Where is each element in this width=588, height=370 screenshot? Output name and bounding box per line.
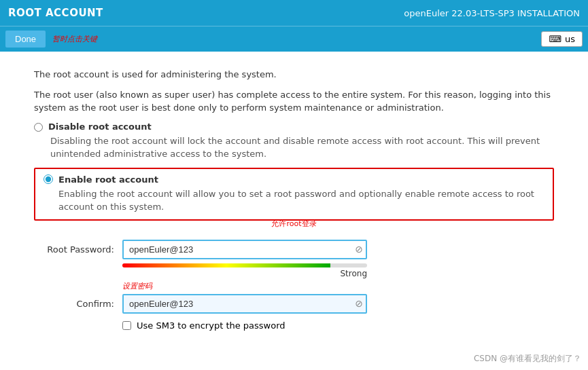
page-title: ROOT ACCOUNT: [8, 7, 103, 19]
password-eye-icon[interactable]: ⊘: [355, 244, 363, 255]
keyboard-indicator[interactable]: ⌨ us: [541, 31, 583, 47]
keyboard-icon: ⌨: [549, 34, 561, 44]
password-input[interactable]: [122, 240, 367, 259]
strength-bar-fill: [122, 263, 330, 267]
confirm-eye-icon[interactable]: ⊘: [355, 298, 363, 309]
content-area: The root account is used for administeri…: [0, 52, 588, 370]
header: ROOT ACCOUNT openEuler 22.03-LTS-SP3 INS…: [0, 0, 588, 26]
sm3-row: Use SM3 to encrypt the password: [122, 320, 554, 331]
password-annotation: 设置密码: [122, 281, 554, 291]
confirm-input[interactable]: [122, 294, 367, 314]
done-annotation: 暂时点击关键: [52, 34, 97, 44]
enable-annotation: 允许root登录: [271, 219, 316, 229]
password-section: Root Password: ⊘ Strong 设置密码 Confirm: ⊘: [34, 240, 554, 331]
strength-wrap: Strong: [122, 263, 367, 278]
confirm-input-wrap: ⊘: [122, 294, 367, 314]
confirm-label: Confirm:: [34, 299, 122, 309]
password-input-wrap: ⊘: [122, 240, 367, 259]
confirm-row: Confirm: ⊘: [34, 294, 554, 314]
password-label: Root Password:: [34, 244, 122, 255]
enable-root-label[interactable]: Enable root account: [58, 174, 158, 185]
enable-root-desc: Enabling the root account will allow you…: [58, 187, 544, 214]
enable-root-radio[interactable]: [44, 174, 53, 184]
disable-root-desc: Disabling the root account will lock the…: [50, 134, 554, 161]
disable-root-label[interactable]: Disable root account: [48, 122, 152, 132]
toolbar: Done 暂时点击关键 ⌨ us: [0, 26, 588, 52]
strength-label: Strong: [122, 269, 367, 278]
done-button[interactable]: Done: [5, 31, 46, 48]
intro-text-1: The root account is used for administeri…: [34, 68, 554, 81]
enable-root-row: Enable root account: [44, 174, 544, 185]
intro-text-2: The root user (also known as super user)…: [34, 88, 554, 115]
password-row: Root Password: ⊘: [34, 240, 554, 259]
keyboard-lang: us: [565, 34, 575, 44]
disable-root-radio[interactable]: [34, 123, 43, 132]
enable-option-box: Enable root account Enabling the root ac…: [34, 168, 554, 221]
strength-bar-bg: [122, 263, 367, 267]
sm3-label[interactable]: Use SM3 to encrypt the password: [137, 320, 286, 331]
sm3-checkbox[interactable]: [122, 321, 131, 330]
installation-label: openEuler 22.03-LTS-SP3 INSTALLATION: [404, 8, 580, 18]
disable-option-row: Disable root account: [34, 122, 554, 132]
watermark: CSDN @有谁看见我的剑了？: [474, 353, 581, 365]
